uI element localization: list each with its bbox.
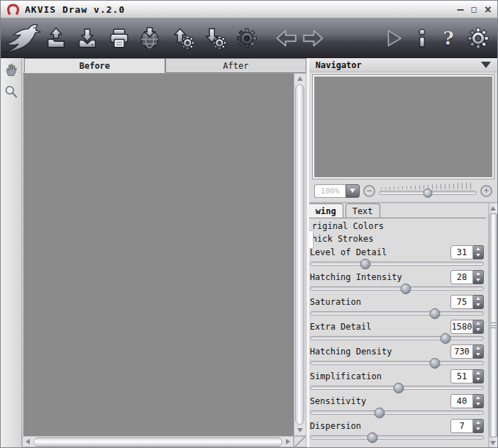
spin-up-button[interactable] bbox=[473, 296, 483, 302]
slider-group-dispersion: Dispersion 7 bbox=[310, 418, 484, 442]
value-field[interactable]: 40 bbox=[450, 394, 473, 408]
spin-down-button[interactable] bbox=[473, 401, 483, 408]
zoom-dropdown-button[interactable] bbox=[345, 184, 360, 198]
spin-up-button[interactable] bbox=[473, 320, 483, 327]
slider-track[interactable] bbox=[310, 361, 484, 365]
image-canvas[interactable] bbox=[22, 73, 294, 436]
value-field[interactable]: 1580 bbox=[450, 320, 473, 334]
settings-scroll-thumb[interactable] bbox=[489, 213, 497, 437]
scroll-up-button[interactable] bbox=[489, 203, 498, 213]
maximize-button[interactable]: □ bbox=[472, 5, 477, 13]
akvis-logo-icon bbox=[6, 3, 20, 16]
zoom-out-button[interactable]: − bbox=[363, 185, 375, 197]
slider-track[interactable] bbox=[310, 336, 484, 340]
save-image-button[interactable] bbox=[74, 24, 100, 52]
slider-thumb[interactable] bbox=[430, 308, 441, 319]
slider-label: Hatching Intensity bbox=[310, 272, 402, 282]
zoom-percent-select[interactable]: 100% bbox=[314, 184, 360, 198]
spin-down-button[interactable] bbox=[473, 376, 483, 383]
canvas-vertical-scrollbar[interactable] bbox=[294, 73, 306, 436]
slider-track[interactable] bbox=[310, 286, 484, 291]
scroll-down-button[interactable] bbox=[295, 425, 305, 435]
open-image-button[interactable] bbox=[43, 24, 69, 52]
slider-thumb[interactable] bbox=[367, 432, 378, 443]
spin-down-button[interactable] bbox=[473, 302, 483, 308]
import-presets-button[interactable] bbox=[170, 24, 196, 52]
tab-before[interactable]: Before bbox=[24, 58, 165, 73]
export-presets-button[interactable] bbox=[202, 24, 228, 52]
minimize-button[interactable]: – bbox=[457, 4, 463, 15]
slider-group-level-of-detail: Level of Detail 31 bbox=[310, 245, 484, 269]
canvas-horizontal-scrollbar[interactable] bbox=[22, 436, 294, 447]
slider-thumb[interactable] bbox=[360, 259, 371, 269]
slider-track[interactable] bbox=[310, 435, 484, 439]
info-button[interactable] bbox=[409, 24, 435, 52]
slider-thumb[interactable] bbox=[441, 333, 451, 344]
slider-thumb[interactable] bbox=[374, 408, 384, 418]
spin-down-button[interactable] bbox=[473, 277, 483, 284]
slider-track[interactable] bbox=[310, 311, 484, 315]
value-field[interactable]: 730 bbox=[450, 345, 473, 359]
batch-processing-gear-button[interactable] bbox=[234, 24, 260, 52]
value-field[interactable]: 75 bbox=[450, 295, 473, 309]
scroll-down-button[interactable] bbox=[489, 438, 498, 447]
navigator-preview[interactable] bbox=[313, 75, 494, 179]
print-button[interactable] bbox=[106, 24, 132, 52]
slider-group-saturation: Saturation 75 bbox=[310, 294, 484, 318]
resize-grip[interactable] bbox=[294, 436, 306, 447]
value-field[interactable]: 7 bbox=[450, 419, 473, 433]
close-button[interactable]: × bbox=[485, 4, 492, 16]
app-window: AKVIS Draw v.2.0 – □ × bbox=[0, 0, 498, 448]
tab-text[interactable]: Text bbox=[345, 203, 380, 218]
help-button[interactable]: ? bbox=[436, 24, 461, 52]
checkbox-original-colors[interactable]: riginal Colors bbox=[312, 221, 486, 231]
slider-track[interactable] bbox=[310, 262, 484, 266]
settings-scrollbar[interactable] bbox=[488, 203, 497, 447]
slider-label: Hatching Density bbox=[310, 347, 392, 357]
zoom-slider-thumb[interactable] bbox=[423, 189, 432, 198]
zoom-slider[interactable] bbox=[379, 181, 477, 200]
checkbox-thick-strokes[interactable]: hick Strokes bbox=[312, 234, 486, 244]
value-field[interactable]: 28 bbox=[450, 270, 473, 284]
spin-up-button[interactable] bbox=[473, 246, 483, 252]
slider-label: Sensitivity bbox=[310, 396, 366, 406]
vertical-scroll-thumb[interactable] bbox=[295, 84, 304, 425]
tab-after[interactable]: After bbox=[165, 58, 306, 73]
slider-thumb[interactable] bbox=[393, 383, 404, 393]
navigator-header: Navigator bbox=[309, 58, 497, 72]
scroll-right-button[interactable] bbox=[283, 437, 293, 447]
slider-thumb[interactable] bbox=[430, 358, 441, 369]
spin-down-button[interactable] bbox=[473, 426, 483, 432]
back-button[interactable] bbox=[274, 24, 299, 52]
run-button[interactable] bbox=[381, 24, 406, 52]
spin-down-button[interactable] bbox=[473, 252, 483, 259]
view-tabs: Before After bbox=[22, 58, 306, 73]
publish-web-button[interactable] bbox=[137, 24, 162, 52]
slider-track[interactable] bbox=[310, 410, 484, 415]
scroll-left-button[interactable] bbox=[23, 437, 33, 447]
spin-up-button[interactable] bbox=[473, 420, 483, 426]
spin-up-button[interactable] bbox=[473, 345, 483, 352]
zoom-in-button[interactable]: + bbox=[480, 185, 492, 197]
spin-up-button[interactable] bbox=[473, 395, 483, 401]
collapse-triangle-icon[interactable] bbox=[481, 62, 491, 68]
spin-down-button[interactable] bbox=[473, 327, 483, 333]
hand-tool-icon[interactable] bbox=[4, 62, 18, 77]
zoom-percent-value[interactable]: 100% bbox=[314, 184, 345, 198]
zoom-tool-icon[interactable] bbox=[4, 84, 18, 99]
tab-drawing[interactable]: wing bbox=[309, 203, 343, 218]
slider-label: Extra Detail bbox=[310, 322, 372, 332]
value-field[interactable]: 51 bbox=[450, 369, 473, 383]
scroll-up-button[interactable] bbox=[295, 74, 305, 84]
scroll-grip bbox=[491, 323, 496, 328]
slider-group-hatching-intensity: Hatching Intensity 28 bbox=[310, 269, 484, 293]
spin-up-button[interactable] bbox=[473, 370, 483, 376]
preferences-gear-button[interactable] bbox=[465, 24, 491, 52]
app-bird-logo-icon bbox=[1, 20, 43, 57]
forward-button[interactable] bbox=[300, 24, 326, 52]
horizontal-scroll-thumb[interactable] bbox=[33, 437, 282, 447]
value-field[interactable]: 31 bbox=[450, 245, 473, 259]
spin-down-button[interactable] bbox=[473, 352, 483, 358]
slider-thumb[interactable] bbox=[400, 284, 411, 294]
spin-up-button[interactable] bbox=[473, 271, 483, 277]
